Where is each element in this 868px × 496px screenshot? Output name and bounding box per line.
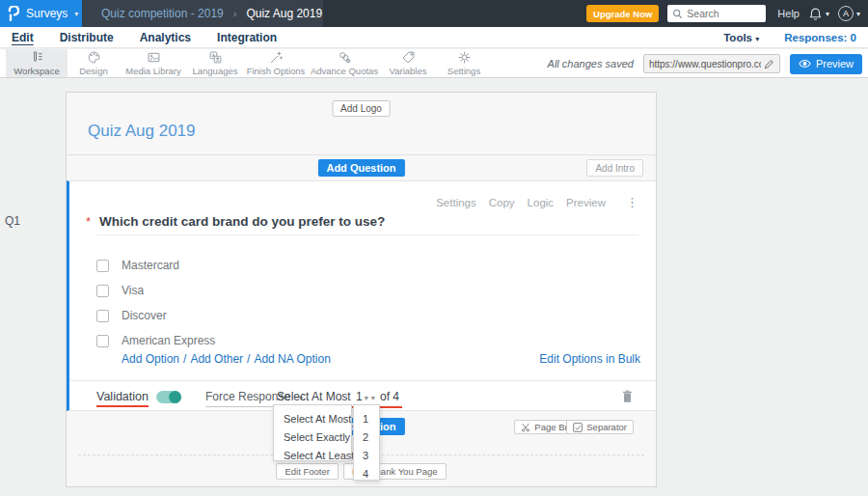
option-label[interactable]: Discover [122, 309, 167, 322]
question-preview-link[interactable]: Preview [566, 197, 606, 208]
option-links: Add Option/Add Other/Add NA Option [122, 352, 331, 366]
chevron-down-icon: ▾ [826, 10, 829, 18]
nav-right: Tools ▾ Responses: 0 [723, 27, 856, 48]
translate-icon [208, 50, 223, 65]
toolbar-item-settings[interactable]: Settings [436, 49, 492, 77]
avatar: A [838, 6, 854, 21]
question-block: Settings Copy Logic Preview ⋮ * Which cr… [67, 180, 656, 411]
question-logic-link[interactable]: Logic [528, 197, 555, 208]
checkbox-check-icon [573, 423, 583, 432]
add-question-button-top[interactable]: Add Question [317, 159, 404, 177]
survey-url-field[interactable] [643, 54, 780, 73]
checkbox[interactable] [96, 285, 109, 297]
chevron-down-icon: ▾ [371, 394, 375, 402]
option-label[interactable]: Mastercard [122, 259, 179, 272]
question-copy-link[interactable]: Copy [489, 197, 515, 208]
option-row: American Express [96, 334, 215, 347]
more-options-icon[interactable]: ⋮ [626, 195, 638, 209]
questionpro-logo-icon [7, 6, 19, 21]
tools-menu[interactable]: Tools ▾ [723, 32, 759, 43]
toolbar-item-media-library[interactable]: Media Library [120, 49, 187, 77]
editor-toolbar: Workspace Design Media Library Languages… [0, 49, 868, 78]
image-icon [147, 50, 161, 65]
workspace-icon [30, 50, 44, 65]
upgrade-now-button[interactable]: Upgrade Now [586, 5, 659, 22]
responses-count-link[interactable]: Responses: 0 [784, 32, 856, 43]
tab-integration[interactable]: Integration [217, 31, 277, 44]
account-menu[interactable]: A ▾ [838, 6, 860, 21]
divider [67, 154, 656, 155]
questionpro-editor: Surveys ▾ Quiz competition - 2019 › Quiz… [0, 0, 868, 496]
toolbar-item-design[interactable]: Design [68, 49, 120, 77]
toolbar-item-finish-options[interactable]: Finish Options [243, 49, 309, 77]
tab-analytics[interactable]: Analytics [140, 31, 191, 44]
toolbar-item-variables[interactable]: Variables [380, 49, 436, 77]
chevron-down-icon: ▾ [74, 10, 78, 18]
toolbar-right: All changes saved Preview [548, 49, 862, 78]
add-option-link[interactable]: Add Option [122, 352, 179, 366]
breadcrumb-parent-link[interactable]: Quiz competition - 2019 [101, 7, 224, 20]
product-menu-label: Surveys [26, 7, 68, 20]
toolbar-item-languages[interactable]: Languages [187, 49, 243, 77]
option-row: Discover [96, 309, 167, 322]
global-search[interactable] [667, 5, 766, 22]
rule-options-dropdown: Select At Most Select Exactly Select At … [273, 404, 352, 461]
dropdown-option-select-at-most[interactable]: Select At Most [274, 409, 351, 427]
preview-button[interactable]: Preview [790, 54, 862, 74]
checkbox[interactable] [96, 335, 109, 347]
eye-icon [799, 59, 811, 69]
dropdown-option-4[interactable]: 4 [354, 464, 379, 482]
survey-title[interactable]: Quiz Aug 2019 [88, 122, 196, 141]
count-options-dropdown: 1 2 3 4 [353, 404, 380, 481]
edit-footer-button[interactable]: Edit Footer [276, 463, 338, 480]
question-underline [97, 234, 638, 235]
question-actions: Settings Copy Logic Preview ⋮ [436, 195, 638, 209]
topbar-actions: Upgrade Now Help ▾ A ▾ [586, 0, 860, 27]
question-text[interactable]: Which credit card brand do you prefer to… [99, 214, 385, 229]
edit-pencil-icon[interactable] [764, 59, 774, 69]
delete-question-button[interactable] [621, 389, 634, 403]
bell-icon [808, 7, 823, 21]
validation-count-dropdown[interactable]: 1▾ [356, 390, 375, 403]
product-menu[interactable]: Surveys ▾ [0, 0, 82, 27]
option-label[interactable]: American Express [122, 334, 215, 347]
dropdown-option-2[interactable]: 2 [354, 427, 379, 446]
survey-canvas: Q1 Add Logo Quiz Aug 2019 Add Question A… [0, 78, 868, 496]
tab-distribute[interactable]: Distribute [60, 31, 114, 44]
toolbar-item-advance-quotas[interactable]: Advance Quotas [309, 49, 380, 77]
palette-icon [87, 50, 101, 65]
add-other-link[interactable]: Add Other [190, 352, 243, 366]
checkbox[interactable] [96, 260, 109, 272]
scissors-icon [521, 422, 530, 432]
link-separator: / [183, 352, 186, 366]
search-input[interactable] [687, 8, 761, 19]
validation-rule-dropdown[interactable]: Select At Most▾ [277, 390, 368, 403]
add-na-option-link[interactable]: Add NA Option [254, 352, 330, 366]
autosave-status: All changes saved [548, 58, 634, 69]
required-asterisk-icon: * [86, 214, 91, 229]
survey-url-input[interactable] [649, 59, 761, 69]
tag-icon [401, 50, 416, 65]
section-nav: Edit Distribute Analytics Integration To… [0, 27, 868, 48]
add-logo-button[interactable]: Add Logo [332, 100, 391, 117]
dropdown-option-3[interactable]: 3 [354, 446, 379, 464]
chevron-down-icon: ▾ [856, 10, 860, 18]
breadcrumb-separator-icon: › [233, 8, 237, 19]
add-intro-button[interactable]: Add Intro [586, 159, 643, 177]
help-link[interactable]: Help [777, 8, 800, 19]
validation-toggle[interactable] [156, 391, 181, 403]
checkbox[interactable] [96, 310, 109, 322]
edit-options-in-bulk-link[interactable]: Edit Options in Bulk [539, 352, 640, 366]
toggle-knob [169, 391, 181, 403]
question-settings-link[interactable]: Settings [436, 197, 476, 208]
tab-edit[interactable]: Edit [12, 31, 34, 44]
dropdown-option-1[interactable]: 1 [354, 409, 379, 427]
notifications-menu[interactable]: ▾ [808, 7, 829, 21]
option-row: Mastercard [96, 259, 179, 272]
option-label[interactable]: Visa [122, 284, 144, 297]
dropdown-option-select-at-least[interactable]: Select At Least [274, 446, 351, 464]
dropdown-option-select-exactly[interactable]: Select Exactly [274, 427, 351, 446]
breadcrumb: Quiz competition - 2019 › Quiz Aug 2019 [82, 0, 323, 27]
separator-button[interactable]: Separator [566, 420, 634, 434]
toolbar-item-workspace[interactable]: Workspace [6, 49, 68, 77]
